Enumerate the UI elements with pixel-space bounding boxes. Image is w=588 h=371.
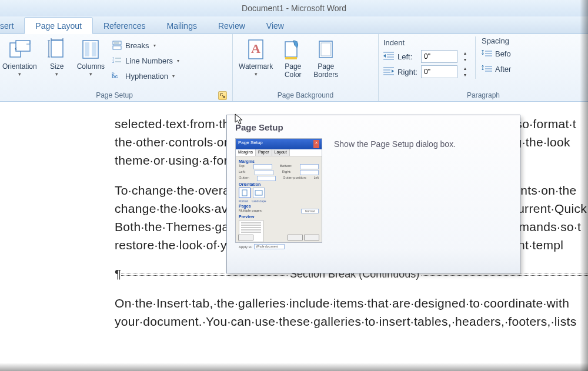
page-borders-label: Page Borders: [313, 62, 338, 79]
thumb-apply-val: Whole document: [254, 244, 285, 249]
spacing-after-label: After: [495, 65, 511, 73]
line-numbers-label: Line Numbers: [125, 56, 173, 65]
page-color-button[interactable]: Page Color: [278, 35, 308, 80]
group-page-background: A Watermark ▾ Page Color Page Borders: [233, 34, 379, 101]
indent-header: Indent: [383, 38, 469, 47]
svg-rect-7: [113, 46, 121, 49]
tab-review[interactable]: Review: [208, 18, 256, 34]
thumb-tab: Paper: [256, 149, 272, 156]
thumb-section: Preview: [239, 215, 319, 219]
breaks-label: Breaks: [125, 41, 149, 50]
spinner-down-icon[interactable]: ▼: [461, 72, 469, 78]
svg-text:2: 2: [112, 60, 115, 63]
indent-left-input[interactable]: [421, 50, 457, 63]
dropdown-caret-icon: ▾: [177, 58, 179, 63]
tooltip-text: Show the Page Setup dialog box.: [334, 138, 456, 243]
svg-rect-5: [92, 42, 96, 56]
svg-text:A: A: [251, 41, 260, 56]
size-icon: [45, 36, 69, 62]
orientation-label: Orientation: [2, 62, 37, 71]
pilcrow-icon: ¶: [115, 267, 121, 281]
thumb-section: Margins: [239, 159, 319, 163]
indent-right-spinner[interactable]: ▲▼: [461, 65, 469, 78]
spacing-after-icon: [482, 63, 492, 74]
tooltip-dialog-thumbnail: Page Setup × Margins Paper Layout Margin…: [235, 138, 322, 243]
dropdown-caret-icon: ▾: [153, 43, 156, 48]
page-color-label: Page Color: [285, 62, 302, 79]
svg-rect-37: [255, 190, 262, 195]
thumb-normal: Normal: [301, 209, 319, 213]
line-numbers-icon: 12: [112, 55, 122, 66]
watermark-button[interactable]: A Watermark ▾: [236, 35, 275, 78]
tab-insert[interactable]: sert: [0, 18, 24, 34]
thumb-close-icon: ×: [313, 140, 319, 148]
orientation-button[interactable]: Orientation ▾: [0, 35, 39, 78]
tab-page-layout[interactable]: Page Layout: [24, 17, 93, 34]
dropdown-caret-icon: ▾: [18, 71, 21, 77]
group-page-setup: Orientation ▾ Size ▾: [0, 34, 233, 101]
thumb-tab: Margins: [236, 149, 256, 156]
tab-view[interactable]: View: [256, 18, 295, 34]
spacing-after-row: After: [482, 62, 511, 76]
columns-button[interactable]: Columns ▾: [75, 35, 107, 78]
thumb-landscape: Landscape: [252, 199, 266, 203]
indent-right-icon: [383, 66, 394, 77]
thumb-cancel-btn: [304, 235, 319, 240]
page-borders-icon: [314, 36, 338, 62]
group-label-paragraph: Paragraph: [382, 91, 584, 101]
thumb-apply: Apply to:: [239, 245, 252, 249]
thumb-tab: Layout: [272, 149, 290, 156]
tab-mailings[interactable]: Mailings: [156, 18, 208, 34]
ribbon-tabs: sert Page Layout References Mailings Rev…: [0, 16, 588, 34]
size-button[interactable]: Size ▾: [42, 35, 72, 78]
spinner-up-icon[interactable]: ▲: [461, 50, 469, 56]
size-label: Size: [50, 62, 64, 71]
spacing-before-icon: [482, 48, 492, 59]
dropdown-caret-icon: ▾: [255, 71, 258, 77]
dialog-launcher-icon: [220, 93, 225, 98]
columns-label: Columns: [77, 62, 105, 71]
thumb-default-btn: [238, 235, 253, 240]
columns-icon: [79, 36, 102, 62]
breaks-button[interactable]: Breaks ▾: [109, 39, 182, 52]
tooltip-title: Page Setup: [235, 122, 512, 132]
page-color-icon: [281, 36, 305, 62]
thumb-multiple: Multiple pages:: [239, 209, 262, 213]
svg-rect-4: [85, 42, 89, 56]
indent-left-icon: [383, 51, 394, 62]
group-label-page-background: Page Background: [236, 91, 375, 101]
spacing-before-label: Befo: [495, 49, 511, 58]
spinner-up-icon[interactable]: ▲: [461, 65, 469, 72]
svg-rect-36: [242, 190, 247, 196]
tab-references[interactable]: References: [93, 18, 156, 34]
svg-rect-1: [16, 41, 30, 51]
thumb-section: Pages: [239, 204, 319, 208]
hyphenation-icon: bca-: [112, 71, 122, 81]
thumb-section: Orientation: [239, 182, 319, 186]
indent-left-spinner[interactable]: ▲▼: [461, 50, 469, 63]
svg-rect-2: [51, 41, 63, 57]
indent-right-input[interactable]: [421, 65, 457, 78]
dropdown-caret-icon: ▾: [172, 73, 175, 79]
line-numbers-button[interactable]: 12 Line Numbers ▾: [109, 54, 182, 67]
indent-left-label: Left:: [397, 52, 417, 61]
orientation-icon: [8, 36, 31, 62]
doc-line: On·the·Insert·tab,·the·galleries·include…: [115, 294, 588, 312]
hyphenation-button[interactable]: bca- Hyphenation ▾: [109, 69, 182, 82]
group-paragraph: Indent Left: ▲▼ Right: ▲▼ Spaci: [379, 34, 588, 101]
thumb-portrait: Portrait: [239, 199, 248, 203]
dropdown-caret-icon: ▾: [89, 71, 92, 77]
breaks-icon: [112, 40, 122, 51]
svg-rect-19: [285, 57, 297, 59]
spacing-before-row: Befo: [482, 46, 511, 61]
page-borders-button[interactable]: Page Borders: [310, 35, 341, 80]
hyphenation-label: Hyphenation: [125, 72, 168, 81]
thumb-ok-btn: [288, 235, 303, 240]
ribbon: Orientation ▾ Size ▾: [0, 34, 588, 102]
spinner-down-icon[interactable]: ▼: [461, 56, 469, 63]
page-setup-launcher[interactable]: [218, 91, 227, 100]
spacing-header: Spacing: [482, 36, 511, 45]
watermark-icon: A: [244, 36, 268, 62]
watermark-label: Watermark: [239, 62, 273, 71]
dropdown-caret-icon: ▾: [55, 71, 58, 77]
